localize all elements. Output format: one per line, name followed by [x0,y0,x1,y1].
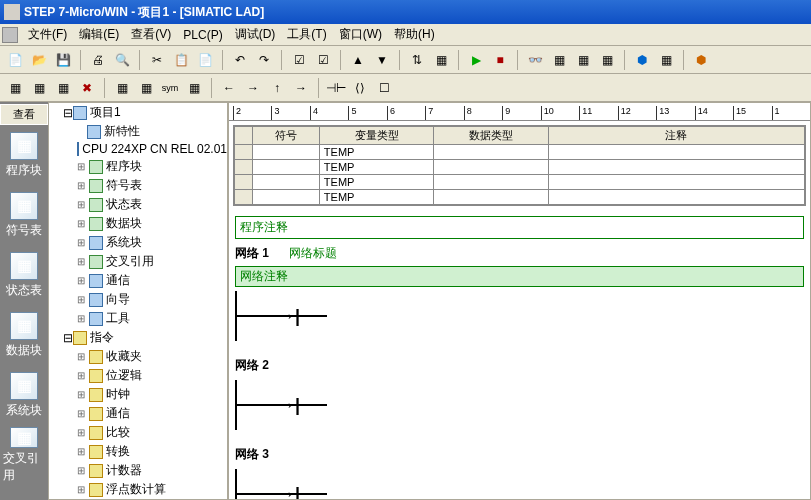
undo-button[interactable]: ↶ [229,49,251,71]
compile-button[interactable]: ☑ [288,49,310,71]
app-icon [4,4,20,20]
folder-icon [89,407,103,421]
contact-right-icon[interactable]: → [242,77,264,99]
ladder-rung[interactable]: →| [235,380,325,430]
syminfo-button[interactable]: sym [159,77,181,99]
element-button[interactable]: ▦ [655,49,677,71]
tree-instr-item[interactable]: 浮点数计算 [77,480,227,499]
nav-cross-reference[interactable]: ▦交叉引用 [3,429,45,481]
chart-button[interactable]: ▦ [572,49,594,71]
contact-left-icon[interactable]: ← [218,77,240,99]
tree-instr-item[interactable]: 位逻辑 [77,366,227,385]
tree-program-block[interactable]: 程序块 [77,157,227,176]
network-comment[interactable]: 网络注释 [235,266,804,287]
network-label[interactable]: 网络 1网络标题 [235,243,804,264]
copy-button[interactable]: 📋 [170,49,192,71]
poe-button[interactable]: ▦ [183,77,205,99]
doc-icon[interactable] [2,27,18,43]
menu-plc[interactable]: PLC(P) [177,26,228,44]
open-button[interactable]: 📂 [28,49,50,71]
nav-symbol-table[interactable]: ▦符号表 [3,189,45,241]
col-vartype[interactable]: 变量类型 [319,127,433,145]
lad-view-button[interactable]: ▦ [4,77,26,99]
compile-all-button[interactable]: ☑ [312,49,334,71]
tree-cpu[interactable]: CPU 224XP CN REL 02.01 [77,141,227,157]
col-symbol[interactable]: 符号 [253,127,320,145]
stop-button[interactable]: ■ [489,49,511,71]
contact-up-icon[interactable]: ↑ [266,77,288,99]
ladder-rung[interactable]: →| [235,291,325,341]
table-row[interactable]: TEMP [235,160,805,175]
monitor-button[interactable]: 👓 [524,49,546,71]
tree-instr-item[interactable]: 计数器 [77,461,227,480]
network-button[interactable]: ▦ [430,49,452,71]
tree-instr-item[interactable]: 比较 [77,423,227,442]
tree-system-block[interactable]: 系统块 [77,233,227,252]
menu-window[interactable]: 窗口(W) [333,24,388,45]
ladder-rung[interactable]: →| [235,469,325,499]
menu-view[interactable]: 查看(V) [125,24,177,45]
nav-status-chart[interactable]: ▦状态表 [3,249,45,301]
menu-help[interactable]: 帮助(H) [388,24,441,45]
tree-data-block[interactable]: 数据块 [77,214,227,233]
table-row[interactable]: TEMP [235,145,805,160]
col-comment[interactable]: 注释 [548,127,805,145]
network-label[interactable]: 网络 3 [235,444,804,465]
tree-communications[interactable]: 通信 [77,271,227,290]
force-button[interactable]: ▦ [596,49,618,71]
table-row[interactable]: TEMP [235,175,805,190]
help-button[interactable]: ⬢ [690,49,712,71]
cut-button[interactable]: ✂ [146,49,168,71]
new-button[interactable]: 📄 [4,49,26,71]
ladder-editor[interactable]: 程序注释 网络 1网络标题网络注释→|网络 2→|网络 3→| [229,210,810,499]
tree-root[interactable]: 项目1 [63,103,227,122]
variable-table[interactable]: 符号 变量类型 数据类型 注释 TEMPTEMPTEMPTEMP [233,125,806,206]
toggle-button[interactable]: ✖ [76,77,98,99]
stl-view-button[interactable]: ▦ [28,77,50,99]
status-button[interactable]: ▦ [548,49,570,71]
contact-down-icon[interactable]: → [290,77,312,99]
nav-data-block[interactable]: ▦数据块 [3,309,45,361]
preview-button[interactable]: 🔍 [111,49,133,71]
menu-tools[interactable]: 工具(T) [281,24,332,45]
bookmark-button[interactable]: ▦ [135,77,157,99]
insert-box-icon[interactable]: ☐ [373,77,395,99]
tree-status-chart[interactable]: 状态表 [77,195,227,214]
network-label[interactable]: 网络 2 [235,355,804,376]
fbd-view-button[interactable]: ▦ [52,77,74,99]
insert-contact-icon[interactable]: ⊣⊢ [325,77,347,99]
sort-button[interactable]: ⇅ [406,49,428,71]
tree-instr-item[interactable]: 收藏夹 [77,347,227,366]
run-button[interactable]: ▶ [465,49,487,71]
redo-button[interactable]: ↷ [253,49,275,71]
symbol-button[interactable]: ▦ [111,77,133,99]
tree-instr-item[interactable]: 通信 [77,404,227,423]
tree-tools[interactable]: 工具 [77,309,227,328]
menu-edit[interactable]: 编辑(E) [73,24,125,45]
nav-system-block[interactable]: ▦系统块 [3,369,45,421]
tree-instructions[interactable]: 指令 [63,328,227,347]
project-tree[interactable]: 项目1 新特性 CPU 224XP CN REL 02.01 程序块 符号表 状… [48,102,228,500]
insert-coil-icon[interactable]: ⟨⟩ [349,77,371,99]
tree-cross-reference[interactable]: 交叉引用 [77,252,227,271]
nav-program-block[interactable]: ▦程序块 [3,129,45,181]
tree-symbol-table[interactable]: 符号表 [77,176,227,195]
table-row[interactable]: TEMP [235,190,805,205]
download-button[interactable]: ▼ [371,49,393,71]
tree-properties[interactable]: 新特性 [77,122,227,141]
upload-button[interactable]: ▲ [347,49,369,71]
tree-instr-item[interactable]: 转换 [77,442,227,461]
menu-bar: 文件(F) 编辑(E) 查看(V) PLC(P) 调试(D) 工具(T) 窗口(… [0,24,811,46]
paste-button[interactable]: 📄 [194,49,216,71]
title-bar: STEP 7-Micro/WIN - 项目1 - [SIMATIC LAD] [0,0,811,24]
tree-instr-item[interactable]: 时钟 [77,385,227,404]
program-comment[interactable]: 程序注释 [235,216,804,239]
menu-file[interactable]: 文件(F) [22,24,73,45]
save-button[interactable]: 💾 [52,49,74,71]
reference-button[interactable]: ⬢ [631,49,653,71]
print-button[interactable]: 🖨 [87,49,109,71]
network-title[interactable]: 网络标题 [289,246,337,260]
col-datatype[interactable]: 数据类型 [434,127,548,145]
tree-wizards[interactable]: 向导 [77,290,227,309]
menu-debug[interactable]: 调试(D) [229,24,282,45]
